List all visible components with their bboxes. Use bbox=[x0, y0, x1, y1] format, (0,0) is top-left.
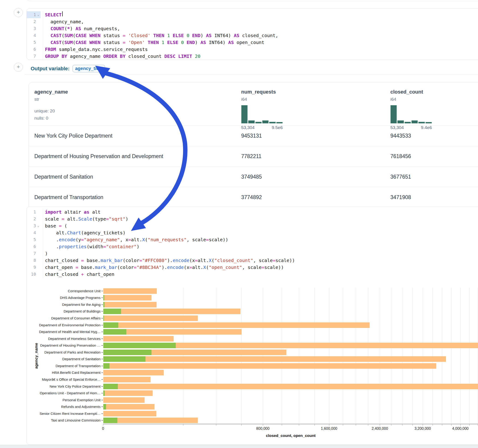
code-token: ) bbox=[137, 243, 139, 250]
code-line[interactable]: 2scale = alt.Scale(type="sqrt") bbox=[27, 216, 478, 222]
code-token: altair bbox=[62, 209, 84, 216]
code-line[interactable]: 1import altair as alt bbox=[27, 209, 478, 216]
y-axis-label: Taxi and Limousine Commission bbox=[27, 418, 101, 423]
code-line[interactable]: 7) bbox=[27, 250, 478, 257]
code-line[interactable]: 3 COUNT(*) AS num_requests, bbox=[27, 25, 478, 32]
table-row[interactable]: Department of Transportation377489234719… bbox=[29, 187, 478, 207]
code-line[interactable]: 2 agency_name, bbox=[27, 18, 478, 25]
code-token: = bbox=[195, 257, 198, 264]
closed-count-bar bbox=[103, 295, 151, 300]
gutter-spacer bbox=[36, 209, 41, 216]
gutter-border bbox=[41, 243, 43, 250]
gridline bbox=[314, 288, 315, 424]
x-axis-line bbox=[103, 424, 478, 424]
code-token: agency_name, bbox=[45, 18, 84, 25]
code-line[interactable]: 1⌄SELECT bbox=[27, 11, 478, 18]
line-number: 7 bbox=[27, 53, 36, 60]
code-token: CASE bbox=[75, 39, 87, 46]
code-token: base. bbox=[78, 264, 95, 271]
python-code-editor[interactable]: 1import altair as alt2scale = alt.Scale(… bbox=[27, 209, 478, 278]
gridline bbox=[423, 288, 423, 424]
open-count-bar bbox=[103, 295, 104, 300]
python-cell[interactable]: 1import altair as alt2scale = alt.Scale(… bbox=[26, 206, 478, 445]
gridline bbox=[442, 288, 442, 424]
y-axis-tick bbox=[101, 311, 103, 311]
x-axis-tick-label: 2,400,000 bbox=[372, 427, 388, 431]
cell-agency-name: Department of Sanitation bbox=[34, 174, 93, 180]
code-line[interactable]: 5 CAST(SUM(CASE WHEN status = 'Open' THE… bbox=[27, 39, 478, 46]
gutter-border bbox=[41, 18, 43, 25]
code-token: encode bbox=[167, 264, 184, 271]
open-count-bar bbox=[103, 384, 118, 389]
closed-count-bar bbox=[103, 363, 436, 369]
line-number: 6 bbox=[27, 46, 36, 53]
code-token bbox=[87, 32, 89, 39]
code-line[interactable]: 9chart_open = base.mark_bar(color="#8BC3… bbox=[27, 264, 478, 271]
code-token: status bbox=[101, 39, 123, 46]
open-count-bar bbox=[103, 363, 110, 369]
column-header-agency-name[interactable]: agency_name str unique: 20 nulls: 0 bbox=[34, 89, 68, 122]
closed-count-bar bbox=[103, 288, 157, 294]
x-axis-tick-label: 4,000,000 bbox=[452, 427, 469, 431]
code-token: AS bbox=[200, 39, 206, 46]
code-line[interactable]: 5 .encode(y="agency_name", x=alt.X("num_… bbox=[27, 236, 478, 243]
closed-count-bar bbox=[103, 302, 157, 307]
gridline bbox=[402, 288, 402, 424]
fold-chevron-icon[interactable]: ⌄ bbox=[36, 11, 41, 18]
y-axis-label: Department of Transportation bbox=[27, 364, 101, 368]
code-token: , scale bbox=[242, 264, 262, 271]
y-axis-tick bbox=[101, 298, 103, 298]
code-line[interactable]: 7GROUP BY agency_name ORDER BY closed_co… bbox=[27, 53, 478, 60]
y-axis-label: Department of Health and Mental Hyg… bbox=[27, 330, 101, 334]
closed-count-bar bbox=[103, 411, 156, 417]
code-token: = bbox=[103, 243, 106, 250]
code-token: ( bbox=[206, 264, 209, 271]
cell-num-requests: 7782211 bbox=[241, 153, 262, 160]
code-line[interactable]: 4 alt.Chart(agency_tickets) bbox=[27, 229, 478, 236]
code-line[interactable]: 6 .properties(width="container") bbox=[27, 243, 478, 250]
cell-agency-name: Department of Housing Preservation and D… bbox=[34, 153, 163, 160]
code-token: = bbox=[206, 236, 209, 243]
add-cell-button-output[interactable]: + bbox=[14, 63, 23, 72]
gutter-border bbox=[41, 53, 43, 60]
column-header-num-requests[interactable]: num_requests i64 53,304 9.5e6 bbox=[241, 89, 283, 130]
add-cell-button-top[interactable]: + bbox=[14, 8, 23, 17]
code-line[interactable]: 8chart_closed = base.mark_bar(color="#FF… bbox=[27, 257, 478, 264]
table-row[interactable]: Department of Housing Preservation and D… bbox=[29, 146, 478, 166]
line-number: 1 bbox=[27, 11, 36, 18]
code-line[interactable]: 10chart_closed + chart_open bbox=[27, 271, 478, 278]
code-token: as bbox=[84, 209, 89, 216]
y-axis-label: Department of Homeless Services bbox=[27, 336, 101, 341]
code-line[interactable]: 4 CAST(SUM(CASE WHEN status = 'Closed' T… bbox=[27, 32, 478, 39]
code-token bbox=[126, 32, 128, 39]
table-row[interactable]: New York City Police Department945313194… bbox=[29, 125, 478, 146]
code-token: AS bbox=[234, 32, 239, 39]
code-token: (type bbox=[92, 216, 106, 222]
code-token bbox=[145, 39, 148, 46]
line-number: 4 bbox=[27, 32, 36, 39]
table-row[interactable]: Department of Sanitation37494853677651 bbox=[29, 166, 478, 187]
code-token: alt. bbox=[198, 257, 209, 264]
gutter-spacer bbox=[36, 39, 41, 46]
code-line[interactable]: 6FROM sample_data.nyc.service_requests bbox=[27, 46, 478, 53]
column-header-closed-count[interactable]: closed_count i64 53,304 9.4e6 bbox=[390, 89, 432, 130]
code-line[interactable]: 3⌄base = ( bbox=[27, 222, 478, 229]
y-axis-label: Personal Exemption Unit bbox=[27, 398, 101, 402]
output-variable-badge[interactable]: agency_tickets bbox=[72, 65, 105, 72]
open-count-bar bbox=[103, 390, 105, 396]
fold-chevron-icon[interactable]: ⌄ bbox=[36, 222, 41, 229]
code-token: = bbox=[134, 264, 137, 271]
code-token: X bbox=[209, 257, 212, 264]
code-token: ( bbox=[73, 39, 75, 46]
sql-code-editor[interactable]: 1⌄SELECT2 agency_name,3 COUNT(*) AS num_… bbox=[27, 11, 478, 60]
y-axis-tick bbox=[101, 372, 103, 373]
gridline bbox=[433, 288, 433, 424]
sql-cell[interactable]: 1⌄SELECT2 agency_name,3 COUNT(*) AS num_… bbox=[26, 8, 478, 60]
line-number: 6 bbox=[27, 243, 36, 250]
code-token: closed_count, bbox=[239, 32, 278, 39]
gutter-border bbox=[41, 229, 43, 236]
histogram-bar bbox=[269, 122, 276, 124]
code-token: properties bbox=[59, 243, 87, 250]
code-token: scale)) bbox=[209, 236, 228, 243]
code-token: GROUP BY bbox=[45, 53, 67, 60]
